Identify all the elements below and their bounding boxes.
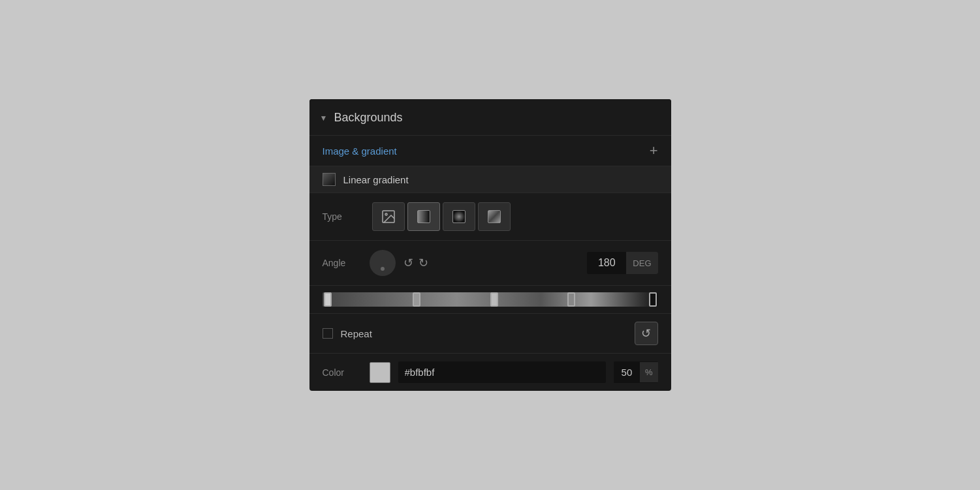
image-icon — [381, 209, 396, 224]
color-label: Color — [323, 367, 362, 378]
color-opacity-group: % — [614, 361, 658, 383]
add-background-button[interactable]: + — [650, 144, 658, 158]
gradient-swatch — [323, 173, 336, 186]
radial-gradient-icon — [451, 209, 467, 224]
type-radial-gradient-button[interactable] — [443, 202, 475, 231]
angle-row: Angle ↺ ↻ DEG — [309, 241, 671, 286]
angle-unit: DEG — [626, 252, 657, 274]
type-buttons — [372, 202, 511, 231]
slider-stop-1[interactable] — [413, 292, 420, 307]
type-linear-gradient-button[interactable] — [407, 202, 440, 231]
gradient-label: Linear gradient — [343, 174, 409, 185]
angle-value-input[interactable] — [587, 252, 626, 274]
angle-dial[interactable] — [370, 250, 396, 276]
angle-controls: ↺ ↻ — [403, 256, 428, 270]
angle-value-group: DEG — [587, 252, 657, 274]
slider-stop-4[interactable] — [649, 292, 657, 307]
repeat-label: Repeat — [341, 328, 627, 339]
image-gradient-row: Image & gradient + — [309, 136, 671, 166]
type-label: Type — [323, 211, 362, 222]
color-opacity-unit: % — [640, 362, 658, 382]
svg-rect-5 — [453, 211, 465, 222]
slider-stop-2[interactable] — [490, 292, 498, 307]
linear-gradient-item: Linear gradient — [309, 166, 671, 193]
linear-gradient-icon — [416, 209, 432, 224]
angle-label: Angle — [323, 258, 362, 268]
backgrounds-panel: ▼ Backgrounds Image & gradient + Linear … — [309, 99, 671, 391]
gradient-slider-row — [309, 286, 671, 314]
repeat-refresh-button[interactable]: ↺ — [635, 322, 658, 345]
type-image-button[interactable] — [372, 202, 405, 231]
type-conic-gradient-button[interactable] — [478, 202, 511, 231]
repeat-checkbox[interactable] — [323, 328, 333, 339]
collapse-chevron[interactable]: ▼ — [320, 114, 328, 123]
slider-stop-0[interactable] — [324, 292, 332, 307]
svg-rect-3 — [418, 211, 430, 222]
image-gradient-label[interactable]: Image & gradient — [323, 145, 397, 157]
color-swatch[interactable] — [370, 362, 390, 383]
svg-point-1 — [385, 213, 387, 215]
repeat-row: Repeat ↺ — [309, 314, 671, 354]
color-hex-input[interactable] — [398, 361, 606, 383]
color-opacity-input[interactable] — [614, 361, 640, 383]
panel-header: ▼ Backgrounds — [309, 99, 671, 136]
rotate-cw-button[interactable]: ↻ — [419, 256, 428, 270]
conic-gradient-icon — [486, 209, 502, 224]
refresh-icon: ↺ — [641, 326, 651, 341]
gradient-slider-track[interactable] — [323, 292, 658, 307]
panel-title: Backgrounds — [334, 111, 402, 125]
color-row: Color % — [309, 354, 671, 391]
svg-rect-7 — [488, 211, 500, 222]
type-row: Type — [309, 193, 671, 241]
rotate-ccw-button[interactable]: ↺ — [403, 256, 413, 270]
slider-stop-3[interactable] — [567, 292, 575, 307]
